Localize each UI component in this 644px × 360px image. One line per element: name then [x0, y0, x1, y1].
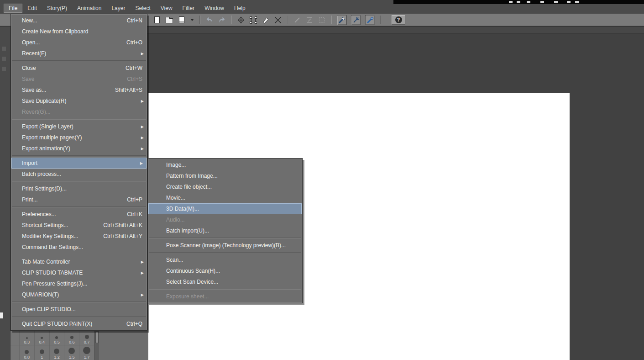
menu-item-save-duplicate[interactable]: Save Duplicate(R)▶ [11, 95, 147, 106]
menu-item-label: Open CLIP STUDIO... [22, 306, 76, 312]
menubar-item-filter[interactable]: Filter [178, 4, 200, 13]
menu-item-preferences[interactable]: Preferences...Ctrl+K [11, 209, 147, 220]
menu-item-pen-pressure-settings[interactable]: Pen Pressure Settings(J)... [11, 278, 147, 289]
menu-item-close[interactable]: CloseCtrl+W [11, 63, 147, 74]
redo-icon[interactable] [218, 15, 226, 25]
screentone-icon[interactable] [237, 15, 245, 25]
wedge-glyph [262, 16, 269, 24]
menu-item-shortcut-settings[interactable]: Shortcut Settings...Ctrl+Shift+Alt+K [11, 220, 147, 231]
pen-box-disabled-icon [305, 15, 314, 25]
brush-dot [40, 349, 44, 354]
menu-item-batch-process[interactable]: Batch process... [11, 169, 147, 180]
menu-item-clip-studio-tabmate[interactable]: CLIP STUDIO TABMATE▶ [11, 267, 147, 278]
menu-item-print-settings[interactable]: Print Settings(D)... [11, 183, 147, 194]
brush-size-label: 0.5 [54, 340, 60, 344]
new-file-icon[interactable] [153, 15, 161, 25]
menu-item-shortcut: Ctrl+K [118, 211, 142, 217]
menu-separator [11, 205, 147, 209]
menu-item-shortcut: Ctrl+N [118, 17, 142, 24]
snap-to-special-ruler-icon[interactable] [351, 15, 361, 25]
titlebar-glyph [554, 1, 558, 3]
brush-dot [26, 337, 28, 339]
submenu-item-pattern-from-image[interactable]: Pattern from Image... [148, 170, 302, 181]
open-file-icon[interactable] [165, 15, 173, 25]
menu-item-label: Command Bar Settings... [22, 244, 83, 250]
brush-dot [55, 336, 58, 339]
brush-size-cell[interactable]: 1 [35, 345, 50, 360]
snap-to-grid-icon[interactable] [365, 15, 375, 25]
menu-item-open-clip-studio[interactable]: Open CLIP STUDIO... [11, 304, 147, 315]
submenu-item-3d-data[interactable]: 3D Data(M)... [148, 203, 302, 214]
menubar-item-edit[interactable]: Edit [22, 4, 42, 13]
submenu-item-scan[interactable]: Scan... [148, 254, 302, 265]
brush-size-cell[interactable]: 0.4 [35, 330, 50, 345]
menu-item-export-single-layer[interactable]: Export (Single Layer)▶ [11, 121, 147, 132]
menu-item-label: Continuous Scan(H)... [166, 268, 220, 274]
menu-item-create-new-from-clipboard[interactable]: Create New from Clipboard [11, 26, 147, 37]
snap-grid-glyph [367, 16, 374, 24]
menu-item-quit[interactable]: Quit CLIP STUDIO PAINT(X)Ctrl+Q [11, 318, 147, 329]
undo-icon[interactable] [205, 15, 214, 25]
submenu-item-select-scan-device[interactable]: Select Scan Device... [148, 276, 302, 287]
submenu-arrow-icon: ▶ [141, 125, 144, 129]
save-options-dropdown-icon[interactable] [190, 15, 194, 25]
menu-item-print[interactable]: Print...Ctrl+P [11, 194, 147, 205]
menu-item-label: Pattern from Image... [166, 173, 218, 179]
submenu-item-image[interactable]: Image... [148, 159, 302, 170]
submenu-item-pose-scanner[interactable]: Pose Scanner (image) (Technology preview… [148, 240, 302, 251]
menu-item-recent[interactable]: Recent(F)▶ [11, 48, 147, 59]
menu-item-new[interactable]: New...Ctrl+N [11, 15, 147, 26]
brush-size-cell[interactable]: 0.3 [20, 330, 35, 345]
brush-dot [68, 348, 75, 354]
brush-size-cell[interactable]: 1.5 [64, 345, 79, 360]
brush-size-label: 0.3 [24, 340, 30, 344]
submenu-item-create-file-object[interactable]: Create file object... [148, 181, 302, 192]
menu-item-qumarion[interactable]: QUMARION(T)▶ [11, 289, 147, 300]
menubar-item-select[interactable]: Select [130, 4, 155, 13]
menu-item-save-as[interactable]: Save as...Shift+Alt+S [11, 85, 147, 95]
brush-size-cell[interactable]: 0.5 [50, 330, 65, 345]
object-handles-icon[interactable] [249, 15, 257, 25]
menu-item-label: Pose Scanner (image) (Technology preview… [166, 242, 286, 249]
menu-item-modifier-key-settings[interactable]: Modifier Key Settings...Ctrl+Shift+Alt+Y [11, 231, 147, 242]
scrollbar-thumb[interactable] [95, 331, 99, 343]
brush-size-cell[interactable]: 0.7 [79, 330, 94, 345]
help-button[interactable]: ? [392, 15, 405, 25]
brush-size-cell[interactable]: 1.2 [50, 345, 65, 360]
brush-size-cell[interactable]: 0.8 [20, 345, 35, 360]
menubar-item-story[interactable]: Story(P) [42, 4, 72, 13]
menubar-item-window[interactable]: Window [199, 4, 229, 13]
menubar-item-view[interactable]: View [156, 4, 178, 13]
menu-item-label: Shortcut Settings... [22, 222, 68, 228]
menubar-item-layer[interactable]: Layer [106, 4, 130, 13]
brush-size-row: 0.3 0.4 0.5 0.6 0.7 [10, 330, 94, 345]
menubar-item-animation[interactable]: Animation [72, 4, 106, 13]
blend-wedge-icon[interactable] [262, 15, 270, 25]
menu-separator [11, 59, 147, 63]
menubar-item-file[interactable]: File [4, 4, 22, 13]
snap-special-glyph [352, 16, 360, 24]
save-file-icon[interactable] [178, 15, 186, 25]
menubar-item-help[interactable]: Help [229, 4, 251, 13]
brush-size-gutter [10, 345, 20, 360]
menu-item-label: Save [22, 76, 34, 82]
submenu-item-movie[interactable]: Movie... [148, 192, 302, 203]
titlebar-glyph [517, 1, 520, 3]
menu-item-open[interactable]: Open...Ctrl+O [11, 37, 147, 48]
menu-item-command-bar-settings[interactable]: Command Bar Settings... [11, 242, 147, 253]
submenu-item-continuous-scan[interactable]: Continuous Scan(H)... [148, 265, 302, 276]
snap-to-ruler-icon[interactable] [337, 15, 347, 25]
brush-size-cell[interactable]: 1.7 [79, 345, 94, 360]
menu-item-tab-mate-controller[interactable]: Tab-Mate Controller▶ [11, 256, 147, 267]
brush-size-gutter [10, 330, 20, 345]
mesh-transform-icon[interactable] [274, 15, 282, 25]
brush-size-scrollbar[interactable] [94, 330, 99, 360]
menu-item-export-animation[interactable]: Export animation(Y)▶ [11, 143, 147, 154]
brush-size-cell[interactable]: 0.6 [64, 330, 79, 345]
menu-item-shortcut: Ctrl+S [118, 76, 142, 82]
brush-size-label: 1.5 [69, 355, 75, 360]
menu-item-import[interactable]: Import▶ [11, 158, 147, 169]
menu-item-export-multiple-pages[interactable]: Export multiple pages(Y)▶ [11, 132, 147, 143]
menu-item-label: Modifier Key Settings... [22, 233, 78, 239]
submenu-item-batch-import[interactable]: Batch import(U)... [148, 225, 302, 236]
